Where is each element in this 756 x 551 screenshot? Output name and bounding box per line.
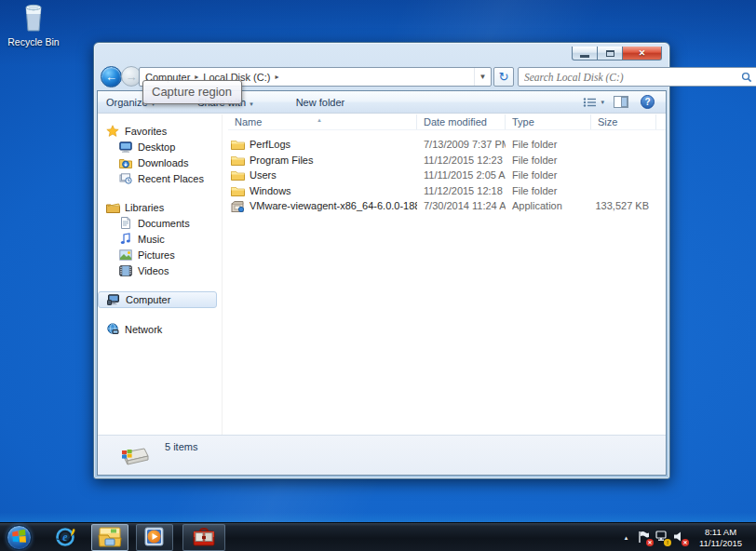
windows-explorer-icon <box>98 526 122 550</box>
file-type: Application <box>506 200 591 211</box>
column-header-size[interactable]: Size <box>591 114 656 129</box>
new-folder-button[interactable]: New folder <box>288 92 354 113</box>
svg-text:e: e <box>62 531 68 544</box>
minimize-button[interactable] <box>572 47 598 60</box>
sidebar-item-downloads[interactable]: Downloads <box>98 155 219 170</box>
pane-divider[interactable] <box>222 114 223 435</box>
video-icon <box>118 264 133 277</box>
sidebar-item-label: Favorites <box>125 126 167 137</box>
taskbar-ie-button[interactable]: e <box>47 524 84 551</box>
folder-icon <box>231 154 245 166</box>
desktop: Recycle Bin ✕ ← → Computer▸Local Disk (C… <box>0 0 756 551</box>
file-name: Program Files <box>250 155 313 166</box>
folder-view: FavoritesDesktopDownloadsRecent PlacesLi… <box>98 114 666 435</box>
refresh-icon: ↻ <box>499 70 509 84</box>
sidebar-item-documents[interactable]: Documents <box>98 215 219 231</box>
sidebar-item-label: Documents <box>138 218 190 229</box>
file-size: 133,527 KB <box>591 200 656 211</box>
network-status-button[interactable]: ! <box>654 531 669 545</box>
file-row[interactable]: Program Files11/12/2015 12:23 ...File fo… <box>228 153 666 168</box>
folder-icon <box>231 184 245 196</box>
sidebar-item-label: Recent Places <box>138 173 204 184</box>
preview-pane-icon[interactable] <box>610 92 632 113</box>
capture-region-tooltip: Capture region <box>142 80 242 104</box>
refresh-button[interactable]: ↻ <box>493 67 514 87</box>
file-date-modified: 11/12/2015 12:23 ... <box>417 155 506 166</box>
file-row[interactable]: VMware-viewagent-x86_64-6.0.0-18849797/3… <box>228 198 666 214</box>
svg-text:?: ? <box>644 97 650 107</box>
internet-explorer-icon: e <box>54 526 76 550</box>
taskbar-clock[interactable]: 8:11 AM 11/11/2015 <box>695 527 747 549</box>
address-dropdown-button[interactable]: ▼ <box>474 68 491 86</box>
file-type: File folder <box>506 185 591 196</box>
sidebar-item-favorites[interactable]: Favorites <box>98 123 219 139</box>
chevron-down-icon: ▾ <box>250 101 253 107</box>
chevron-up-icon: ▴ <box>625 534 628 542</box>
change-view-button[interactable]: ▾ <box>578 92 604 113</box>
start-button[interactable] <box>7 525 32 550</box>
sidebar-item-computer[interactable]: Computer <box>98 291 217 308</box>
sidebar-item-label: Network <box>125 324 162 335</box>
file-row[interactable]: Windows11/12/2015 12:18 ...File folder <box>228 183 666 199</box>
file-row[interactable]: PerfLogs7/13/2009 7:37 PMFile folder <box>228 137 666 153</box>
sidebar-item-videos[interactable]: Videos <box>98 262 219 278</box>
back-button[interactable]: ← <box>101 66 122 87</box>
breadcrumb-separator-icon: ▸ <box>275 73 278 81</box>
status-bar: 5 items <box>98 435 666 475</box>
sidebar-item-music[interactable]: Music <box>98 231 219 247</box>
column-header-name[interactable]: Name▲ <box>228 114 417 129</box>
monitor-icon <box>118 141 133 154</box>
file-date-modified: 7/30/2014 11:24 AM <box>417 200 506 211</box>
file-date-modified: 7/13/2009 7:37 PM <box>417 139 506 150</box>
taskbar-media-player-button[interactable] <box>136 524 173 551</box>
file-type: File folder <box>506 169 591 181</box>
volume-button[interactable]: ✕ <box>671 531 687 545</box>
sidebar-item-recent-places[interactable]: Recent Places <box>98 170 219 186</box>
sidebar-item-label: Pictures <box>138 249 175 261</box>
media-player-icon <box>143 526 167 550</box>
file-name: Windows <box>250 185 291 196</box>
maximize-button[interactable] <box>598 47 623 60</box>
system-tray: ▴ ✕ ! ✕ 8:11 AM 11/11/2015 <box>617 523 752 551</box>
help-button[interactable]: ? <box>636 92 658 113</box>
close-button[interactable]: ✕ <box>623 47 662 60</box>
column-header-date[interactable]: Date modified <box>417 114 506 129</box>
search-box[interactable] <box>518 67 756 87</box>
taskbar-explorer-button[interactable] <box>91 524 128 551</box>
picture-icon <box>118 249 133 262</box>
sidebar-item-label: Videos <box>138 265 169 276</box>
file-date-modified: 11/11/2015 2:05 AM <box>417 169 506 181</box>
libraries-icon <box>105 201 120 214</box>
recycle-bin[interactable]: Recycle Bin <box>6 2 61 47</box>
sidebar-item-pictures[interactable]: Pictures <box>98 247 219 262</box>
windows-logo-icon <box>12 530 26 545</box>
search-input[interactable] <box>519 72 736 83</box>
sidebar-item-label: Computer <box>126 294 170 305</box>
sidebar-item-libraries[interactable]: Libraries <box>98 199 219 215</box>
column-header-type[interactable]: Type <box>506 114 591 129</box>
maximize-icon <box>606 50 614 57</box>
taskbar-toolbox-button[interactable] <box>182 524 225 551</box>
sidebar-item-label: Desktop <box>138 141 175 153</box>
mute-badge: ✕ <box>682 539 689 546</box>
installer-icon <box>231 200 245 212</box>
folder-icon <box>231 169 245 181</box>
file-name: VMware-viewagent-x86_64-6.0.0-1884979 <box>250 200 417 211</box>
item-count: 5 items <box>165 441 197 452</box>
forward-icon: → <box>126 70 138 84</box>
list-view-icon <box>578 92 601 113</box>
music-icon <box>118 233 133 246</box>
file-name: Users <box>250 169 277 181</box>
sidebar-item-desktop[interactable]: Desktop <box>98 139 219 155</box>
network-icon <box>105 323 120 336</box>
file-name: PerfLogs <box>250 139 290 150</box>
search-icon <box>736 72 756 83</box>
action-center-button[interactable]: ✕ <box>636 531 652 545</box>
clock-date: 11/11/2015 <box>695 538 747 549</box>
file-row[interactable]: Users11/11/2015 2:05 AMFile folder <box>228 168 666 183</box>
sidebar-item-network[interactable]: Network <box>98 321 219 337</box>
navigation-pane: FavoritesDesktopDownloadsRecent PlacesLi… <box>98 114 219 435</box>
show-hidden-icons-button[interactable]: ▴ <box>618 531 634 545</box>
file-type: File folder <box>506 139 591 150</box>
sort-ascending-icon: ▲ <box>317 114 322 128</box>
